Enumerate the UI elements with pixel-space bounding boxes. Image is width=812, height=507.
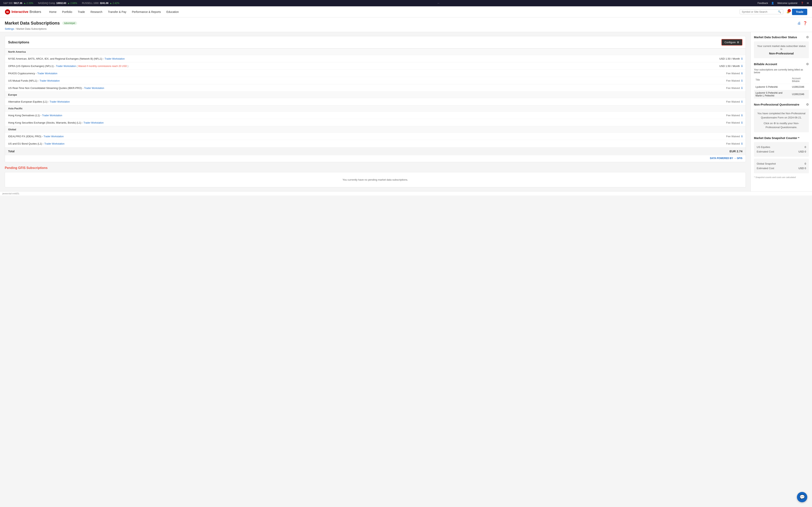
breadcrumb-settings-link[interactable]: Settings (5, 27, 14, 30)
notification-button[interactable]: 🔔 1 (786, 10, 790, 13)
sub-platform-ibkr[interactable]: Trader Workstation (84, 87, 104, 90)
info-icon-alt-eu[interactable]: ℹ (742, 100, 743, 103)
subscriber-status-gear-icon[interactable]: ⚙ (806, 35, 809, 39)
ticker-nasdaq: NASDAQ Comp 18932.60 ▲ 2.68% (38, 2, 77, 5)
sub-name-paxos: PAXOS Cryptocurrency - Trader Workstatio… (8, 72, 726, 75)
region-asia-pacific-header: Asia Pacific (5, 105, 746, 112)
feedback-link[interactable]: Feedback (758, 2, 768, 5)
sub-platform-hk-sec[interactable]: Trader Workstation (84, 121, 103, 124)
search-icon: 🔍 (778, 10, 781, 13)
data-powered: DATA POWERED BY → GFIS (5, 155, 746, 162)
nav-research[interactable]: Research (90, 10, 102, 13)
questionnaire-text1: You have completed the Non-Professional … (757, 112, 806, 120)
region-asia-pacific: Asia Pacific Hong Kong Derivatives (L1) … (5, 105, 746, 126)
billable-account-gear-icon[interactable]: ⚙ (806, 62, 809, 66)
nav-education[interactable]: Education (166, 10, 179, 13)
ticker-russell-value: 3241.08 (100, 2, 108, 5)
gfis-link[interactable]: DATA POWERED BY → GFIS (8, 157, 743, 160)
ticker-russell-label: RUSSELL 1000 (82, 2, 99, 5)
mail-icon[interactable]: ✉ (807, 2, 809, 5)
subscriber-status-desc: Your current market data subscriber stat… (757, 45, 806, 51)
billing-cell-title: Lyubomir S Pelteshki (754, 84, 791, 90)
logo[interactable]: IB InteractiveBrokers (5, 9, 41, 15)
info-icon-opra[interactable]: ℹ (742, 64, 743, 67)
info-icon-hk-sec[interactable]: ℹ (742, 121, 743, 124)
ticker-russell-change: ▲ 2.42% (110, 2, 119, 5)
data-powered-label: DATA POWERED BY (710, 157, 733, 160)
left-panel: Subscriptions Configure ⚙ North America … (0, 32, 751, 191)
print-icon[interactable]: 🖨 (797, 21, 801, 25)
sub-name-bond: US and EU Bond Quotes (L1) - Trader Work… (8, 142, 726, 145)
configure-button[interactable]: Configure ⚙ (721, 39, 743, 46)
nav-trade[interactable]: Trade (78, 10, 85, 13)
sub-platform-hk-deriv[interactable]: Trader Workstation (42, 114, 62, 117)
sub-platform-opra[interactable]: Trader Workstation (56, 65, 76, 67)
sub-platform-nyse[interactable]: Trader Workstation (105, 57, 125, 60)
sub-row-hk-deriv: Hong Kong Derivatives (L1) - Trader Work… (5, 112, 746, 119)
breadcrumb: Settings / Market Data Subscriptions (5, 27, 807, 30)
sub-row-hk-sec: Hong Kong Securities Exchange (Stocks, W… (5, 119, 746, 126)
trade-button[interactable]: Trade (792, 9, 807, 15)
billing-col-account: Account Billable (791, 76, 809, 84)
questionnaire-gear-icon[interactable]: ⚙ (806, 103, 809, 106)
nav-performance[interactable]: Performance & Reports (132, 10, 161, 13)
billable-account-desc: Your subscriptions are currently being b… (754, 68, 809, 74)
sub-name-alt-eu: Alternative European Equities (L1) - Tra… (8, 100, 726, 103)
snapshot-us-cost-value: USD 0 (799, 150, 806, 153)
nav-transfer[interactable]: Transfer & Pay (108, 10, 126, 13)
billing-cell-title: Lyubomir S Pelteshki and Martin L Peltes… (754, 90, 791, 99)
billable-account-header: Billable Account ⚙ (754, 62, 809, 66)
ib-logo-icon: IB (5, 9, 10, 15)
sub-fee-alt-eu: Fee Waived (726, 100, 740, 103)
nav-home[interactable]: Home (49, 10, 56, 13)
welcome-text: Welcome Lyubomir (777, 2, 798, 5)
account-badge: lubomirpel (62, 21, 77, 25)
info-icon-idealpro[interactable]: ℹ (742, 135, 743, 138)
subscriber-status-title: Market Data Subscriber Status (754, 36, 797, 39)
total-value: EUR 2.74 (729, 150, 743, 153)
logo-text-red: Interactive (11, 10, 28, 14)
help-circle-icon[interactable]: ❓ (803, 21, 807, 25)
page-header: Market Data Subscriptions lubomirpel 🖨 ❓… (0, 17, 812, 32)
info-icon-nyse[interactable]: ℹ (742, 57, 743, 60)
info-icon-hk-deriv[interactable]: ℹ (742, 114, 743, 117)
search-input[interactable] (742, 10, 777, 13)
subscriber-status-box: Your current market data subscriber stat… (754, 41, 809, 58)
sub-row-bond: US and EU Bond Quotes (L1) - Trader Work… (5, 140, 746, 147)
help-icon[interactable]: ❓ (801, 2, 804, 5)
sub-fee-hk-deriv: Fee Waived (726, 114, 740, 117)
billable-account-title: Billable Account (754, 62, 777, 66)
sub-name-opra: OPRA (US Options Exchanges) (NP,L1) - Tr… (8, 65, 719, 67)
sub-platform-mutual[interactable]: Trader Workstation (40, 79, 60, 82)
snapshot-global-cost-label: Estimated Cost (757, 167, 774, 170)
snapshot-section: Market Data Snapshot Counter * US Equiti… (754, 136, 809, 179)
sub-platform-paxos[interactable]: Trader Workstation (37, 72, 57, 75)
subscriptions-card: Subscriptions Configure ⚙ North America … (5, 36, 746, 162)
sub-platform-bond[interactable]: Trader Workstation (44, 143, 64, 145)
billable-account-section: Billable Account ⚙ Your subscriptions ar… (754, 62, 809, 99)
info-icon-ibkr[interactable]: ℹ (742, 87, 743, 90)
subscriber-status-section: Market Data Subscriber Status ⚙ Your cur… (754, 35, 809, 58)
sub-fee-mutual: Fee Waived (726, 79, 740, 82)
billing-row: Lyubomir S PelteshkiU19913346 (754, 84, 809, 90)
subscriptions-title: Subscriptions (8, 41, 29, 44)
info-icon-bond[interactable]: ℹ (742, 142, 743, 145)
total-row: Total EUR 2.74 (5, 147, 746, 155)
snapshot-row-us-cost: Estimated Cost USD 0 (757, 149, 806, 154)
sub-platform-idealpro[interactable]: Trader Workstation (44, 135, 64, 138)
billing-cell-account: U19913346 (791, 90, 809, 99)
region-north-america: North America NYSE American, BATS, ARCA,… (5, 49, 746, 92)
questionnaire-section: Non-Professional Questionnaire ⚙ You hav… (754, 103, 809, 132)
snapshot-row-us-label: US Equities 0 (757, 145, 806, 149)
snapshot-us-equities: US Equities 0 Estimated Cost USD 0 (754, 142, 809, 157)
info-icon-mutual[interactable]: ℹ (742, 79, 743, 82)
nav-portfolio[interactable]: Portfolio (62, 10, 72, 13)
billing-col-title: Title (754, 76, 791, 84)
info-icon-paxos[interactable]: ℹ (742, 72, 743, 75)
snapshot-note: * Snapshot counts and costs are calculat… (754, 175, 809, 179)
breadcrumb-separator: / (15, 27, 16, 30)
sub-platform-alt-eu[interactable]: Trader Workstation (50, 100, 70, 103)
search-box[interactable]: 🔍 (740, 9, 783, 14)
total-label: Total (8, 150, 14, 153)
ticker-more-button[interactable]: ··· (438, 2, 440, 5)
